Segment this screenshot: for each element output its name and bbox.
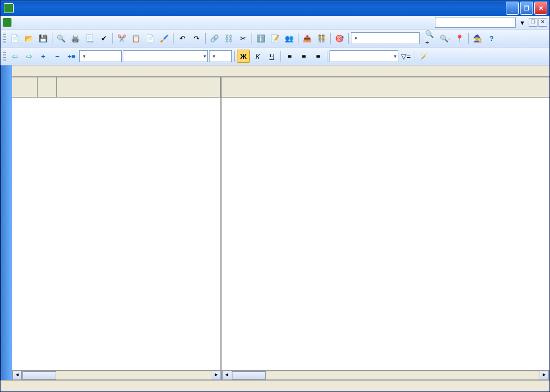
split-button[interactable]: ✂	[236, 32, 249, 45]
doc-restore-button[interactable]: ❐	[529, 18, 537, 27]
gantt-scroll-right-button[interactable]: ►	[540, 371, 549, 380]
collapse-button[interactable]: −	[51, 50, 64, 63]
wizard-button[interactable]: 🧙	[471, 32, 484, 45]
menubar: ▾ ❐ ✕	[1, 16, 549, 29]
scroll-left-button[interactable]: ◄	[13, 371, 22, 380]
doc-close-button[interactable]: ✕	[539, 18, 547, 27]
scroll-thumb[interactable]	[22, 371, 56, 379]
zoom-out-button[interactable]: 🔍-	[439, 32, 452, 45]
expand-button[interactable]: +	[37, 50, 50, 63]
paste-button[interactable]: 📄	[144, 32, 157, 45]
align-right-button[interactable]: ≡	[312, 50, 325, 63]
undo-button[interactable]: ↶	[176, 32, 189, 45]
copy-button[interactable]: 📋	[129, 32, 142, 45]
open-button[interactable]: 📂	[22, 32, 35, 45]
show-subtasks[interactable]: +≡	[65, 50, 78, 63]
save-button[interactable]: 💾	[37, 32, 50, 45]
close-button[interactable]: ✕	[534, 2, 547, 15]
outdent-arrow[interactable]: ⇦	[8, 50, 21, 63]
link-button[interactable]: 🔗	[208, 32, 221, 45]
fontsize-combo[interactable]: ▾	[209, 50, 232, 62]
app-icon	[4, 3, 14, 13]
app-window: _ ❐ ✕ ▾ ❐ ✕ 📄 📂 💾 🔍 🖨️ 📃 ✔ ✂️ 📋 📄 🖌️	[0, 0, 550, 392]
underline-button[interactable]: Ч	[265, 50, 278, 63]
new-button[interactable]: 📄	[8, 32, 21, 45]
spellcheck-button[interactable]: ✔	[97, 32, 110, 45]
col-info[interactable]	[38, 77, 57, 97]
autofilter-button[interactable]: ▽=	[399, 50, 412, 63]
filter-combo[interactable]: ▾	[330, 50, 398, 62]
show-combo[interactable]: ▾	[79, 50, 122, 62]
preview-button[interactable]: 📃	[83, 32, 96, 45]
task-name-band	[12, 65, 549, 77]
task-table	[12, 77, 222, 370]
gantt-scroll-left-button[interactable]: ◄	[222, 371, 231, 380]
unlink-button[interactable]: ⛓️	[222, 32, 235, 45]
goto-button[interactable]: 🎯	[333, 32, 346, 45]
minimize-button[interactable]: _	[506, 2, 519, 15]
help-dropdown[interactable]: ▾	[518, 17, 527, 27]
gantt-wizard-button[interactable]: 🪄	[417, 50, 431, 63]
indent-arrow[interactable]: ⇨	[22, 50, 35, 63]
project-doc-icon	[3, 18, 11, 27]
notes-button[interactable]: 📝	[268, 32, 282, 45]
font-combo[interactable]: ▾	[123, 50, 208, 62]
col-taskname[interactable]	[57, 77, 220, 97]
italic-button[interactable]: К	[251, 50, 264, 63]
format-painter-button[interactable]: 🖌️	[158, 32, 171, 45]
align-center-button[interactable]: ≡	[297, 50, 310, 63]
align-left-button[interactable]: ≡	[283, 50, 296, 63]
help-search-input[interactable]	[435, 17, 516, 28]
col-rownum[interactable]	[12, 77, 38, 97]
titlebar[interactable]: _ ❐ ✕	[1, 1, 549, 16]
standard-toolbar: 📄 📂 💾 🔍 🖨️ 📃 ✔ ✂️ 📋 📄 🖌️ ↶ ↷ 🔗 ⛓️ ✂ ℹ️ 📝…	[1, 29, 549, 47]
search-button[interactable]: 🔍	[55, 32, 68, 45]
maximize-button[interactable]: ❐	[520, 2, 533, 15]
publish-button[interactable]: 📤	[301, 32, 314, 45]
zoom-in-button[interactable]: 🔍+	[425, 32, 438, 45]
cut-button[interactable]: ✂️	[115, 32, 128, 45]
toolbar-grip[interactable]	[3, 51, 6, 62]
bold-button[interactable]: Ж	[237, 50, 250, 63]
goto-task-button[interactable]: 📍	[453, 32, 466, 45]
toolbar-grip[interactable]	[3, 33, 6, 44]
gantt-chart[interactable]	[222, 77, 549, 370]
help-button[interactable]: ?	[485, 32, 498, 45]
view-tab-gantt-tracking[interactable]	[1, 65, 12, 380]
gantt-scroll-thumb[interactable]	[232, 371, 266, 379]
formatting-toolbar: ⇦ ⇨ + − +≡ ▾ ▾ ▾ Ж К Ч ≡ ≡ ≡ ▾ ▽= 🪄	[1, 47, 549, 65]
assign-button[interactable]: 👥	[283, 32, 296, 45]
scroll-right-button[interactable]: ►	[212, 371, 221, 380]
print-button[interactable]: 🖨️	[69, 32, 82, 45]
horizontal-scrollbars[interactable]: ◄ ► ◄ ►	[12, 370, 549, 380]
group-combo[interactable]: ▾	[351, 32, 420, 44]
info-button[interactable]: ℹ️	[254, 32, 267, 45]
statusbar	[1, 380, 549, 391]
collab-button[interactable]: 🧑‍🤝‍🧑	[315, 32, 328, 45]
redo-button[interactable]: ↷	[190, 32, 203, 45]
